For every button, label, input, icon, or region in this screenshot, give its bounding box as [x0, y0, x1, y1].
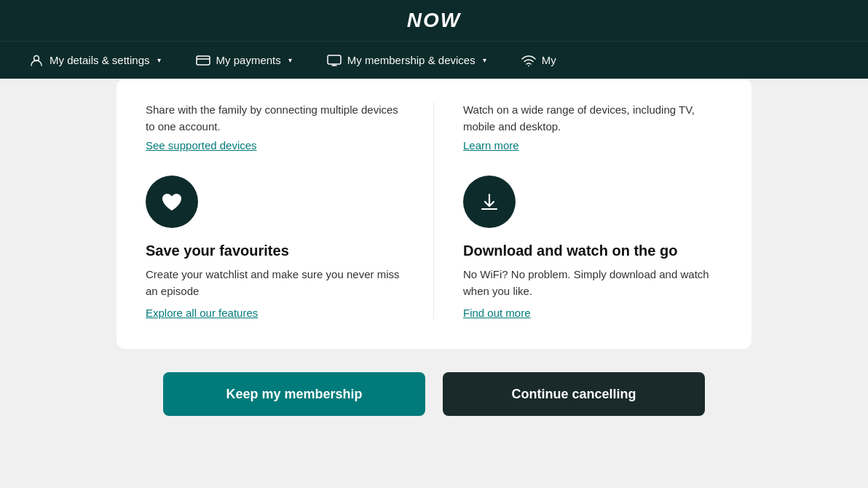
feature-bottom-right-desc: No WiFi? No problem. Simply download and…	[463, 267, 722, 299]
nav-my-details-label: My details & settings	[50, 54, 150, 66]
action-buttons: Keep my membership Continue cancelling	[0, 372, 868, 433]
feature-bottom-left-desc: Create your watchlist and make sure you …	[146, 267, 404, 299]
svg-rect-3	[328, 55, 341, 64]
features-grid: Share with the family by connecting mult…	[146, 102, 722, 320]
nav-my-wifi[interactable]: My	[521, 53, 556, 68]
svg-rect-1	[197, 56, 210, 65]
svg-point-6	[528, 65, 529, 66]
feature-bottom-right-title: Download and watch on the go	[463, 243, 722, 259]
chevron-down-icon: ▾	[157, 56, 161, 64]
nav-my-membership-label: My membership & devices	[347, 54, 476, 66]
person-icon	[29, 53, 44, 68]
now-logo: NOW	[407, 9, 461, 32]
see-supported-devices-link[interactable]: See supported devices	[146, 139, 257, 151]
nav-my-payments-label: My payments	[216, 54, 281, 66]
explore-features-link[interactable]: Explore all our features	[146, 307, 258, 319]
learn-more-link[interactable]: Learn more	[463, 139, 519, 151]
chevron-down-icon: ▾	[288, 56, 292, 64]
nav-my-payments[interactable]: My payments ▾	[196, 53, 292, 68]
heart-icon	[160, 191, 184, 213]
nav-my-membership[interactable]: My membership & devices ▾	[327, 53, 486, 68]
tv-icon	[327, 53, 342, 68]
nav-bar: My details & settings ▾ My payments ▾ My…	[0, 41, 868, 79]
chevron-down-icon: ▾	[483, 56, 486, 64]
feature-top-left-desc: Share with the family by connecting mult…	[146, 102, 404, 135]
main-content: Share with the family by connecting mult…	[0, 79, 868, 463]
wifi-icon	[521, 53, 536, 68]
top-bar: NOW	[0, 0, 868, 41]
feature-top-right: Watch on a wide range of devices, includ…	[434, 102, 722, 320]
feature-bottom-left-title: Save your favourites	[146, 243, 404, 259]
download-icon	[478, 190, 501, 213]
heart-icon-circle	[146, 176, 198, 228]
keep-membership-button[interactable]: Keep my membership	[163, 372, 425, 416]
download-icon-circle	[463, 176, 516, 228]
feature-top-right-desc: Watch on a wide range of devices, includ…	[463, 102, 722, 135]
nav-my-label: My	[542, 54, 556, 66]
card-icon	[196, 53, 210, 68]
continue-cancelling-button[interactable]: Continue cancelling	[443, 372, 705, 416]
features-card: Share with the family by connecting mult…	[117, 79, 751, 349]
find-out-more-link[interactable]: Find out more	[463, 307, 531, 319]
nav-my-details[interactable]: My details & settings ▾	[29, 53, 161, 68]
feature-top-left: Share with the family by connecting mult…	[146, 102, 434, 320]
